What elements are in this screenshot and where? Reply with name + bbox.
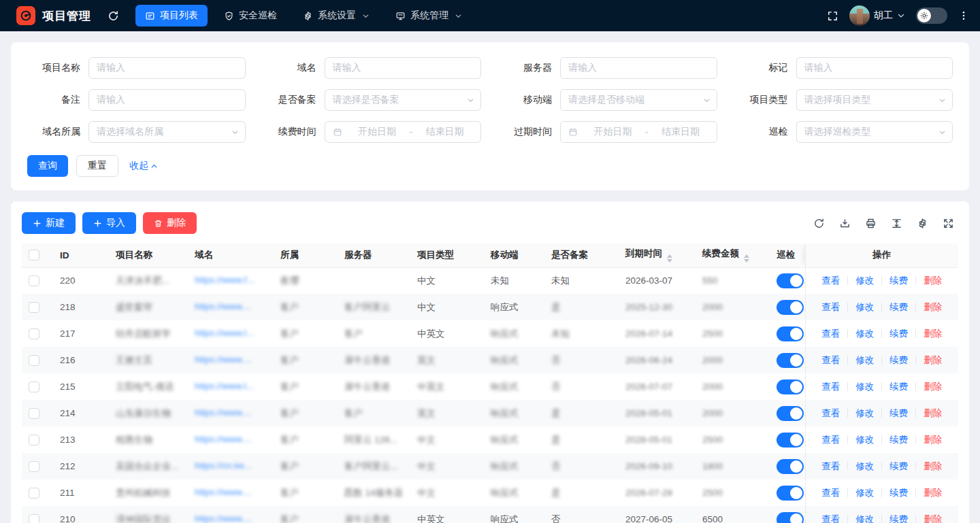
collapse-link[interactable]: 收起 (129, 160, 158, 172)
refresh-icon[interactable] (108, 10, 119, 22)
user-menu[interactable]: 胡工 (849, 5, 905, 26)
theme-toggle[interactable] (916, 7, 947, 24)
domain-link[interactable]: https://www.... (195, 434, 252, 444)
kebab-menu-icon[interactable] (958, 10, 969, 21)
action-view[interactable]: 查看 (814, 487, 847, 499)
domain-link[interactable]: https://www.... (195, 407, 252, 418)
action-renew[interactable]: 续费 (882, 513, 915, 523)
row-height-icon[interactable] (891, 218, 902, 229)
action-view[interactable]: 查看 (814, 301, 847, 314)
select-all-checkbox[interactable] (29, 250, 39, 260)
domain-link[interactable]: https://www.l... (195, 328, 254, 338)
row-checkbox[interactable] (29, 408, 39, 419)
action-renew[interactable]: 续费 (882, 407, 915, 420)
domain-link[interactable]: https://www.... (195, 301, 252, 311)
action-edit[interactable]: 修改 (848, 381, 881, 393)
action-delete[interactable]: 删除 (916, 301, 949, 314)
action-edit[interactable]: 修改 (848, 407, 881, 420)
import-button[interactable]: 导入 (82, 212, 136, 234)
filter-select[interactable]: 请选择巡检类型 (796, 121, 953, 143)
nav-item-3[interactable]: 系统设置 (293, 5, 379, 27)
column-header[interactable]: 到期时间 (619, 243, 696, 267)
action-delete[interactable]: 删除 (916, 275, 949, 287)
row-checkbox[interactable] (29, 514, 39, 523)
row-checkbox[interactable] (29, 328, 39, 339)
row-checkbox[interactable] (29, 275, 39, 286)
row-checkbox[interactable] (29, 461, 39, 472)
refresh-icon[interactable] (813, 218, 825, 229)
filter-select[interactable]: 请选择是否移动端 (560, 89, 717, 111)
row-checkbox[interactable] (29, 435, 39, 445)
action-edit[interactable]: 修改 (848, 301, 881, 314)
action-renew[interactable]: 续费 (882, 460, 915, 473)
action-view[interactable]: 查看 (814, 460, 847, 473)
inspect-toggle[interactable] (777, 459, 804, 474)
row-checkbox[interactable] (29, 382, 39, 392)
inspect-toggle[interactable] (777, 406, 804, 421)
filter-input[interactable]: 请输入 (88, 89, 246, 111)
filter-input[interactable]: 请输入 (796, 57, 953, 79)
nav-item-2[interactable]: 安全巡检 (214, 5, 287, 27)
download-icon[interactable] (839, 218, 851, 229)
action-edit[interactable]: 修改 (848, 460, 881, 473)
filter-select[interactable]: 请选择域名所属 (88, 121, 246, 143)
action-renew[interactable]: 续费 (882, 487, 915, 499)
domain-link[interactable]: https://cn.ke... (195, 460, 252, 471)
domain-link[interactable]: https://www.f... (195, 275, 255, 285)
filter-select[interactable]: 请选择是否备案 (325, 89, 482, 111)
sort-icons[interactable] (744, 254, 749, 263)
fullscreen-icon[interactable] (943, 218, 954, 229)
inspect-toggle[interactable] (777, 433, 804, 448)
fullscreen-icon[interactable] (827, 10, 838, 22)
printer-icon[interactable] (865, 218, 877, 229)
inspect-toggle[interactable] (777, 512, 804, 523)
row-checkbox[interactable] (29, 355, 39, 366)
action-edit[interactable]: 修改 (848, 328, 881, 340)
delete-button[interactable]: 删除 (143, 212, 197, 234)
column-header[interactable]: 续费金额 (696, 243, 770, 267)
new-button[interactable]: 新建 (22, 212, 76, 234)
filter-select[interactable]: 请选择项目类型 (796, 89, 953, 111)
action-delete[interactable]: 删除 (916, 381, 949, 393)
action-edit[interactable]: 修改 (848, 275, 881, 287)
filter-daterange[interactable]: 开始日期-结束日期 (325, 121, 482, 143)
domain-link[interactable]: https://www.l... (195, 381, 254, 391)
action-view[interactable]: 查看 (814, 328, 847, 340)
action-edit[interactable]: 修改 (848, 513, 881, 523)
action-view[interactable]: 查看 (814, 275, 847, 287)
action-renew[interactable]: 续费 (882, 354, 915, 367)
nav-item-4[interactable]: 系统管理 (386, 5, 472, 27)
filter-input[interactable]: 请输入 (560, 57, 717, 79)
inspect-toggle[interactable] (777, 353, 804, 368)
action-edit[interactable]: 修改 (848, 354, 881, 367)
action-delete[interactable]: 删除 (916, 328, 949, 340)
settings-icon[interactable] (917, 218, 928, 229)
action-delete[interactable]: 删除 (916, 354, 949, 367)
action-delete[interactable]: 删除 (916, 460, 949, 473)
search-button[interactable]: 查询 (27, 155, 68, 177)
domain-link[interactable]: https://www.... (195, 487, 252, 497)
action-renew[interactable]: 续费 (882, 328, 915, 340)
reset-button[interactable]: 重置 (76, 155, 118, 177)
filter-input[interactable]: 请输入 (88, 57, 246, 79)
action-view[interactable]: 查看 (814, 354, 847, 367)
inspect-toggle[interactable] (777, 326, 804, 341)
filter-input[interactable]: 请输入 (325, 57, 482, 79)
domain-link[interactable]: https://www.... (195, 354, 252, 365)
inspect-toggle[interactable] (777, 300, 804, 315)
domain-link[interactable]: https://www.... (195, 513, 252, 523)
row-checkbox[interactable] (29, 488, 39, 499)
action-delete[interactable]: 删除 (916, 487, 949, 499)
action-renew[interactable]: 续费 (882, 301, 915, 314)
action-edit[interactable]: 修改 (848, 487, 881, 499)
row-checkbox[interactable] (29, 302, 39, 313)
action-view[interactable]: 查看 (814, 513, 847, 523)
action-renew[interactable]: 续费 (882, 434, 915, 446)
action-delete[interactable]: 删除 (916, 513, 949, 523)
filter-daterange[interactable]: 开始日期-结束日期 (560, 121, 717, 143)
action-view[interactable]: 查看 (814, 381, 847, 393)
action-delete[interactable]: 删除 (916, 434, 949, 446)
action-view[interactable]: 查看 (814, 434, 847, 446)
inspect-toggle[interactable] (777, 486, 804, 501)
action-renew[interactable]: 续费 (882, 275, 915, 287)
